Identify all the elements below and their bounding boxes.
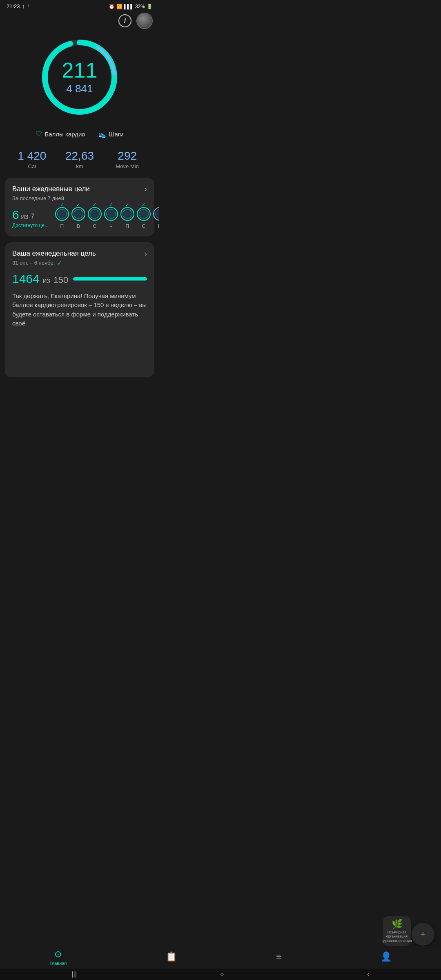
cardio-points: 211 (62, 60, 98, 81)
day-label-mon: П (55, 223, 69, 229)
daily-goals-bottom: 6 из 7 Достигнуто це... П В С Ч П С (12, 207, 147, 229)
weekly-goal-title: Ваша еженедельная цель (12, 249, 96, 258)
day-circles-container: П В С Ч П С В (55, 207, 159, 229)
day-label-sat: С (137, 223, 151, 229)
cardio-legend: ♡ Баллы кардио (36, 129, 85, 138)
progress-bar-fill (73, 277, 147, 281)
steps-label: Шаги (109, 131, 124, 138)
status-right: ⏰ 📶 ▌▌▌ 32% 🔋 (109, 4, 153, 9)
move-min-label: Move Min (103, 163, 151, 169)
day-circle-fri (120, 207, 134, 221)
ring-legend: ♡ Баллы кардио 👟 Шаги (0, 126, 159, 147)
goals-achieved-label: Достигнуто це... (12, 223, 49, 228)
weekly-goal-header: Ваша еженедельная цель › (12, 249, 147, 258)
distance-value: 22,63 (56, 150, 104, 163)
move-min-value: 292 (103, 150, 151, 163)
date-check-icon: ✓ (57, 260, 62, 266)
day-label-fri: П (120, 223, 134, 229)
bluetooth-icon: ↑ (22, 3, 25, 9)
day-label-sun: В (153, 223, 159, 229)
day-label-thu: Ч (104, 223, 118, 229)
avatar-image (137, 13, 152, 28)
wifi-icon: 📶 (116, 4, 122, 9)
goals-achieved: 6 из 7 Достигнуто це... (12, 208, 49, 228)
stats-row: 1 420 Cal 22,63 km 292 Move Min (0, 147, 159, 178)
weekly-progress-row: 1464 из 150 (12, 272, 147, 286)
notification-icon: ! (27, 3, 29, 9)
cardio-icon: ♡ (36, 129, 42, 138)
day-label-wed: С (88, 223, 102, 229)
day-circle-thu (104, 207, 118, 221)
top-icons-row: i (0, 11, 159, 32)
calories-label: Cal (8, 163, 56, 169)
day-circle-mon (55, 207, 69, 221)
distance-label: km (56, 163, 104, 169)
day-circle-tue (71, 207, 85, 221)
calories-value: 1 420 (8, 150, 56, 163)
goals-count: 6 из 7 (12, 208, 49, 222)
daily-goals-subtitle: За последние 7 дней (12, 195, 147, 201)
steps-icon: 👟 (98, 130, 107, 138)
avatar[interactable] (136, 13, 153, 29)
ring-text: 211 4 841 (62, 60, 98, 95)
weekly-values: 1464 из 150 (12, 272, 68, 286)
distance-stat[interactable]: 22,63 km (56, 150, 104, 169)
day-label-tue: В (71, 223, 85, 229)
day-circle-sat (137, 207, 151, 221)
weekly-goal-chevron[interactable]: › (145, 249, 147, 258)
info-button[interactable]: i (118, 14, 131, 27)
circles-row (55, 207, 159, 221)
steps-count: 4 841 (62, 82, 98, 95)
alarm-icon: ⏰ (109, 4, 115, 9)
daily-goals-title: Ваши ежедневные цели (12, 185, 90, 193)
daily-goals-card[interactable]: Ваши ежедневные цели › За последние 7 дн… (5, 178, 154, 236)
signal-icon: ▌▌▌ (124, 4, 134, 9)
status-left: 21:23 ↑ ! (7, 3, 29, 9)
ring-section: 211 4 841 (0, 32, 159, 126)
calories-stat[interactable]: 1 420 Cal (8, 150, 56, 169)
day-circle-sun (153, 207, 159, 221)
time: 21:23 (7, 3, 20, 9)
activity-ring[interactable]: 211 4 841 (39, 36, 120, 118)
cardio-label: Баллы кардио (45, 131, 85, 138)
days-labels: П В С Ч П С В (55, 223, 159, 229)
daily-goals-chevron[interactable]: › (145, 185, 147, 194)
steps-legend: 👟 Шаги (98, 129, 124, 138)
day-circle-wed (88, 207, 102, 221)
status-bar: 21:23 ↑ ! ⏰ 📶 ▌▌▌ 32% 🔋 (0, 0, 159, 11)
battery: 32% (135, 4, 145, 9)
progress-bar (73, 277, 147, 281)
move-min-stat[interactable]: 292 Move Min (103, 150, 151, 169)
daily-goals-header: Ваши ежедневные цели › (12, 185, 147, 194)
weekly-date-range: 31 окт. – 6 ноябр. ✓ (12, 260, 147, 266)
weekly-goal-card[interactable]: Ваша еженедельная цель › 31 окт. – 6 ноя… (5, 242, 154, 377)
battery-icon: 🔋 (147, 4, 153, 9)
weekly-description: Так держать, Екатерина! Получая минимум … (12, 292, 147, 328)
